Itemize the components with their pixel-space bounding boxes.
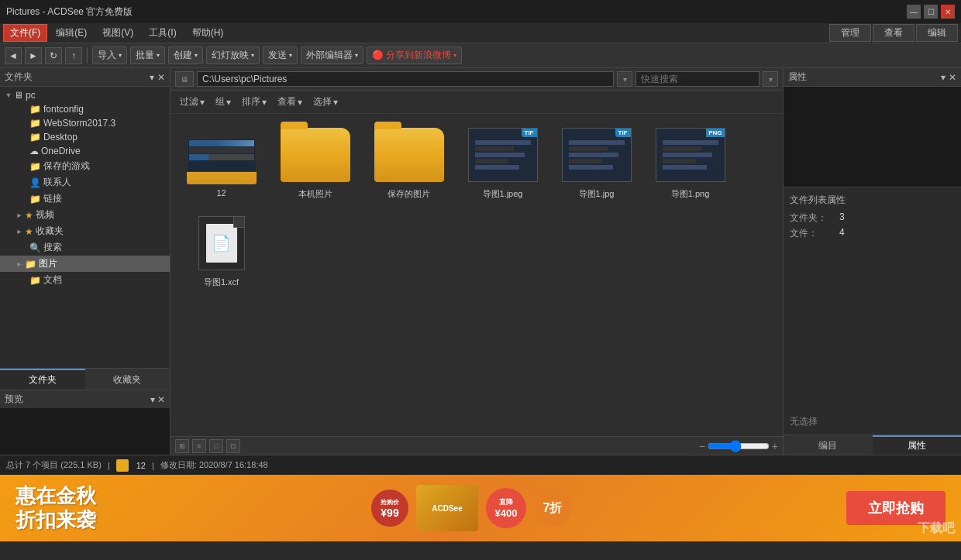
view-grid-icon[interactable]: ⊞ <box>175 439 189 453</box>
select-button[interactable]: 选择 ▾ <box>308 94 343 110</box>
tab-folders[interactable]: 文件夹 <box>0 369 85 390</box>
menu-view[interactable]: 视图(V) <box>95 24 140 42</box>
file-name: 导图1.png <box>671 188 710 200</box>
file-item-local-photos[interactable]: 本机照片 <box>270 120 360 204</box>
file-item-12[interactable]: 12 <box>177 120 266 204</box>
path-dropdown-button[interactable]: ▾ <box>617 71 632 87</box>
statusbar: 总计 7 个项目 (225.1 KB) | 12 | 修改日期: 2020/8/… <box>0 455 961 475</box>
nav-refresh-button[interactable]: ↻ <box>45 47 62 64</box>
sidebar: 文件夹 ▾ ✕ ▼ 🖥 pc 📁 fontconfig 📁 WebStorm2 <box>0 68 170 455</box>
import-button[interactable]: 导入▾ <box>92 46 127 64</box>
menu-file[interactable]: 文件(F) <box>3 24 47 42</box>
tree-item-pc[interactable]: ▼ 🖥 pc <box>0 88 170 102</box>
tree-item-links[interactable]: 📁 链接 <box>0 191 170 207</box>
tree-item-pictures[interactable]: ► 📁 图片 <box>0 256 170 272</box>
status-separator2: | <box>152 461 154 470</box>
ad-banner: 惠在金秋 折扣来袭 抢购价 ¥99 ACDSee 直降 ¥400 7折 立即抢购… <box>0 475 961 541</box>
tree-item-desktop[interactable]: 📁 Desktop <box>0 130 170 144</box>
sidebar-title: 文件夹 <box>5 70 33 84</box>
view-list-icon[interactable]: ≡ <box>192 439 206 453</box>
zoom-in-button[interactable]: + <box>772 440 778 452</box>
pin-icon[interactable]: ▾ <box>941 72 946 83</box>
create-label: 创建 <box>174 49 192 62</box>
zoom-out-button[interactable]: − <box>699 440 705 452</box>
send-button[interactable]: 发送▾ <box>263 46 298 64</box>
nav-forward-button[interactable]: ► <box>25 47 42 64</box>
group-button[interactable]: 组 ▾ <box>211 94 236 110</box>
props-section-title: 文件列表属性 <box>790 194 955 207</box>
slideshow-button[interactable]: 幻灯放映▾ <box>206 46 260 64</box>
tree-item-docs[interactable]: 📁 文档 <box>0 272 170 288</box>
preview-title: 预览 <box>5 393 23 406</box>
path-input[interactable] <box>197 71 614 87</box>
close-props-icon[interactable]: ✕ <box>949 72 956 83</box>
batch-label: 批量 <box>136 49 154 62</box>
file-thumbnail: 📄 <box>183 212 260 274</box>
view-strip-icon[interactable]: ⊡ <box>226 439 240 453</box>
view-details-icon[interactable]: □ <box>209 439 223 453</box>
sort-button[interactable]: 排序 ▾ <box>237 94 271 110</box>
preview-header: 预览 ▾ ✕ <box>0 390 170 408</box>
folder-count-label: 文件夹： <box>790 211 836 225</box>
file-item-daotu1-xcf[interactable]: 📄 导图1.xcf <box>177 208 266 292</box>
weibo-button[interactable]: 🔴 分享到新浪微博▾ <box>367 46 462 64</box>
tree-item-onedrive[interactable]: ☁ OneDrive <box>0 144 170 158</box>
close-sidebar-icon[interactable]: ✕ <box>157 72 165 83</box>
drive-icon: 🖥 <box>175 71 194 87</box>
file-item-saved-images[interactable]: 保存的图片 <box>364 120 453 204</box>
minimize-button[interactable]: — <box>907 5 921 19</box>
manage-button[interactable]: 管理 <box>829 24 871 42</box>
file-name: 保存的图片 <box>388 188 430 200</box>
file-thumbnail <box>183 124 260 186</box>
close-button[interactable]: ✕ <box>941 5 955 19</box>
toolbar-separator <box>87 48 88 64</box>
zoom-slider[interactable] <box>708 440 770 452</box>
batch-button[interactable]: 批量▾ <box>130 46 165 64</box>
tree-item-favorites[interactable]: ► ★ 收藏夹 <box>0 223 170 239</box>
menu-edit[interactable]: 编辑(E) <box>49 24 94 42</box>
tab-favorites[interactable]: 收藏夹 <box>85 369 170 390</box>
ad-badge-discount: 直降 ¥400 <box>486 488 526 528</box>
tree-label: OneDrive <box>41 146 81 156</box>
search-input[interactable] <box>636 71 760 87</box>
file-thumbnail <box>370 124 448 186</box>
props-row-files: 文件： 4 <box>790 227 955 240</box>
pin-icon[interactable]: ▾ <box>150 394 155 405</box>
menu-tools[interactable]: 工具(I) <box>142 24 183 42</box>
pin-icon[interactable]: ▾ <box>150 72 154 83</box>
create-button[interactable]: 创建▾ <box>168 46 203 64</box>
tree-item-webstorm[interactable]: 📁 WebStorm2017.3 <box>0 116 170 130</box>
search-dropdown-button[interactable]: ▾ <box>763 71 778 87</box>
tree-item-savedgames[interactable]: 📁 保存的游戏 <box>0 158 170 174</box>
tree-item-video[interactable]: ► ★ 视频 <box>0 207 170 223</box>
image-preview: 📄 <box>198 216 245 270</box>
edit-button[interactable]: 编辑 <box>916 24 958 42</box>
folder-icon: 📁 <box>25 259 36 270</box>
ad-text: 惠在金秋 折扣来袭 <box>16 484 96 532</box>
view-button[interactable]: 查看 <box>873 24 914 42</box>
nav-up-button[interactable]: ↑ <box>65 47 82 64</box>
close-preview-icon[interactable]: ✕ <box>157 394 165 405</box>
file-item-daotu1-png[interactable]: PNG 导图1.png <box>646 120 735 204</box>
chevron-down-icon: ▾ <box>333 97 338 108</box>
file-item-daotu1-jpg[interactable]: TIF 导图1.jpg <box>552 120 641 204</box>
filter-button[interactable]: 过滤 ▾ <box>175 94 209 110</box>
file-grid: 12 本机照片 保存的图片 <box>170 114 783 436</box>
toolbar: ◄ ► ↻ ↑ 导入▾ 批量▾ 创建▾ 幻灯放映▾ 发送▾ 外部编辑器▾ 🔴 分… <box>0 43 961 68</box>
external-label: 外部编辑器 <box>306 49 353 62</box>
ad-title-line1: 惠在金秋 <box>16 484 96 508</box>
tree-item-contacts[interactable]: 👤 联系人 <box>0 174 170 191</box>
tab-catalog[interactable]: 编目 <box>784 435 873 455</box>
view-options-button[interactable]: 查看 ▾ <box>273 94 307 110</box>
external-editor-button[interactable]: 外部编辑器▾ <box>301 46 363 64</box>
file-item-daotu1-jpeg[interactable]: TIF 导图1.jpeg <box>458 120 547 204</box>
nav-back-button[interactable]: ◄ <box>5 47 22 64</box>
props-bottom-tabs: 编目 属性 <box>784 435 961 455</box>
tab-properties[interactable]: 属性 <box>873 435 962 455</box>
tree-item-search[interactable]: 🔍 搜索 <box>0 239 170 256</box>
folder-icon: 📁 <box>29 132 41 143</box>
tree-item-fontconfig[interactable]: 📁 fontconfig <box>0 102 170 116</box>
menu-help[interactable]: 帮助(H) <box>185 24 231 42</box>
file-thumbnail: TIF <box>464 124 542 186</box>
maximize-button[interactable]: ☐ <box>924 5 938 19</box>
